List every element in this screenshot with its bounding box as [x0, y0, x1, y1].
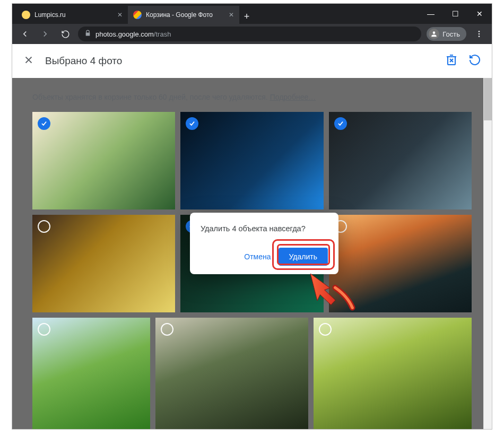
nav-reload-button[interactable] — [58, 27, 73, 41]
svg-point-1 — [479, 33, 480, 35]
omnibox[interactable]: photos.google.com/trash — [78, 27, 421, 41]
address-bar: photos.google.com/trash Гость — [12, 24, 492, 44]
tab-lumpics[interactable]: Lumpics.ru ✕ — [16, 6, 128, 24]
selection-count-text: Выбрано 4 фото — [45, 55, 122, 67]
photo-thumb[interactable] — [155, 318, 308, 429]
select-circle-icon[interactable] — [38, 220, 50, 233]
tab-close-icon[interactable]: ✕ — [229, 11, 234, 19]
trash-info-text: Объекты хранятся в корзине только 60 дне… — [32, 93, 472, 101]
favicon-google-photos-icon — [133, 11, 142, 19]
dialog-message: Удалить 4 объекта навсегда? — [201, 224, 328, 233]
nav-back-button[interactable] — [18, 27, 32, 41]
select-circle-icon[interactable] — [161, 323, 173, 336]
learn-more-link[interactable]: Подробнее… — [270, 93, 316, 101]
selection-toolbar: Выбрано 4 фото — [12, 44, 492, 78]
browser-menu-button[interactable] — [472, 27, 486, 41]
delete-forever-button[interactable] — [445, 54, 458, 68]
checkmark-icon[interactable] — [334, 117, 347, 130]
cancel-button[interactable]: Отмена — [239, 248, 276, 265]
restore-button[interactable] — [468, 54, 481, 68]
photo-thumb[interactable] — [329, 215, 472, 312]
photo-thumb[interactable] — [32, 112, 175, 209]
tab-google-photos-trash[interactable]: Корзина - Google Фото ✕ — [128, 6, 239, 24]
url-text: photos.google.com/trash — [95, 30, 171, 38]
select-circle-icon[interactable] — [38, 323, 50, 336]
browser-titlebar: Lumpics.ru ✕ Корзина - Google Фото ✕ + —… — [12, 4, 492, 24]
dialog-actions: Отмена Удалить — [201, 248, 328, 266]
url-host: photos.google.com — [95, 30, 154, 38]
favicon-dot-icon — [22, 11, 30, 19]
photo-thumb[interactable] — [32, 215, 175, 312]
lock-icon — [84, 30, 91, 38]
window-controls: — ☐ ✕ — [419, 4, 492, 24]
select-circle-icon[interactable] — [319, 323, 332, 336]
tab-title: Корзина - Google Фото — [146, 11, 224, 19]
checkmark-icon[interactable] — [186, 117, 198, 130]
nav-forward-button[interactable] — [38, 27, 53, 41]
scrollbar-thumb[interactable] — [484, 78, 492, 120]
window-maximize-button[interactable]: ☐ — [443, 4, 467, 24]
photo-thumb[interactable] — [180, 112, 323, 209]
profile-chip[interactable]: Гость — [427, 27, 466, 41]
url-path: /trash — [154, 30, 171, 38]
guest-avatar-icon — [429, 29, 439, 39]
tab-strip: Lumpics.ru ✕ Корзина - Google Фото ✕ + — [12, 4, 254, 24]
window-close-button[interactable]: ✕ — [467, 4, 492, 24]
new-tab-button[interactable]: + — [239, 9, 254, 24]
window-minimize-button[interactable]: — — [419, 4, 443, 24]
confirm-delete-dialog: Удалить 4 объекта навсегда? Отмена Удали… — [190, 213, 338, 274]
vertical-scrollbar[interactable] — [483, 78, 492, 429]
svg-point-2 — [479, 36, 480, 37]
photo-thumb[interactable] — [314, 318, 472, 429]
tab-title: Lumpics.ru — [34, 11, 113, 19]
svg-point-0 — [479, 31, 480, 32]
photo-thumb[interactable] — [32, 318, 150, 429]
checkmark-icon[interactable] — [38, 117, 50, 130]
photo-thumb[interactable] — [329, 112, 472, 209]
tab-close-icon[interactable]: ✕ — [117, 11, 123, 19]
profile-label: Гость — [442, 30, 460, 38]
delete-button[interactable]: Удалить — [279, 248, 328, 266]
deselect-button[interactable] — [23, 54, 34, 68]
